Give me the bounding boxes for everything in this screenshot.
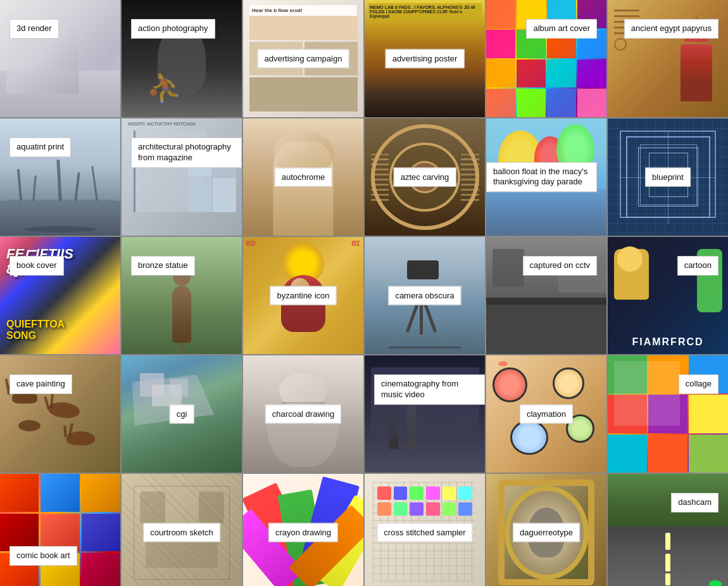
cell-crayon-drawing[interactable]: crayon drawing — [243, 474, 363, 586]
cell-advertising-poster[interactable]: MEMO LAB 8 FADS . I FAVORS, ALPHONS'S JD… — [365, 0, 485, 117]
cell-album-art-cover[interactable]: album art cover — [486, 0, 606, 117]
cell-autochrome[interactable]: autochrome — [243, 118, 363, 236]
cell-architectural-photography[interactable]: ADSIITC AICTUCTHY HOTCASH architectural … — [122, 118, 242, 236]
cell-collage[interactable]: collage — [608, 355, 728, 473]
cell-claymation[interactable]: claymation — [486, 355, 606, 473]
cell-charcoal-drawing[interactable]: charcoal drawing — [243, 355, 363, 473]
label-aquatint-print: aquatint print — [9, 137, 71, 157]
label-cave-painting: cave painting — [9, 374, 72, 394]
cell-ancient-egypt-papyrus[interactable]: ancient egypt papyrus — [608, 0, 728, 117]
label-autochrome: autochrome — [275, 167, 332, 187]
label-collage: collage — [679, 374, 719, 394]
label-advertising-campaign: advertising campaign — [258, 49, 349, 68]
label-bronze-statue: bronze statue — [131, 256, 195, 276]
cell-cave-painting[interactable]: cave painting — [0, 355, 120, 473]
cell-advertising-campaign[interactable]: Hear the b flow srod! advertising campai… — [243, 0, 363, 117]
cell-aztec-carving[interactable]: aztec carving — [365, 118, 485, 236]
label-book-cover: book cover — [9, 256, 64, 276]
cell-cgi[interactable]: cgi — [122, 355, 242, 473]
image-grid: 3d render ⛹ action photography Hear the … — [0, 0, 728, 586]
label-cgi: cgi — [170, 404, 194, 424]
cell-byzantine-icon[interactable]: ΚΟ ΘΣ byzantine icon — [243, 237, 363, 354]
cell-balloon-float[interactable]: balloon float in the macy's thanksgiving… — [486, 118, 606, 236]
label-album-art-cover: album art cover — [526, 19, 597, 39]
cell-daguerreotype[interactable]: daguerreotype — [486, 474, 606, 586]
label-cross-stitched-sampler: cross stitched sampler — [377, 523, 472, 542]
cell-3d-render[interactable]: 3d render — [0, 0, 120, 117]
cell-courtroom-sketch[interactable]: courtroom sketch — [122, 474, 242, 586]
label-architectural-photography: architectural photography from magazine — [131, 137, 242, 168]
label-balloon-float: balloon float in the macy's thanksgiving… — [486, 162, 597, 193]
label-cinematography-music-video: cinematography from music video — [374, 374, 485, 405]
label-claymation: claymation — [520, 404, 573, 424]
label-courtroom-sketch: courtroom sketch — [143, 523, 220, 542]
cell-cinematography-music-video[interactable]: cinematography from music video — [365, 355, 485, 473]
label-comic-book-art: comic book art — [9, 546, 77, 566]
cell-cartoon[interactable]: FIAMRFRCD cartoon — [608, 237, 728, 354]
label-cartoon: cartoon — [677, 256, 719, 276]
label-charcoal-drawing: charcoal drawing — [265, 404, 341, 424]
cell-bronze-statue[interactable]: bronze statue — [122, 237, 242, 354]
label-byzantine-icon: byzantine icon — [270, 286, 336, 305]
label-camera-obscura: camera obscura — [388, 286, 461, 305]
cell-captured-on-cctv[interactable]: captured on cctv — [486, 237, 606, 354]
cell-aquatint-print[interactable]: aquatint print — [0, 118, 120, 236]
label-action-photography: action photography — [131, 19, 215, 39]
cell-blueprint[interactable]: blueprint — [608, 118, 728, 236]
cell-action-photography[interactable]: ⛹ action photography — [122, 0, 242, 117]
label-daguerreotype: daguerreotype — [513, 523, 580, 542]
label-ancient-egypt-papyrus: ancient egypt papyrus — [624, 19, 719, 39]
label-crayon-drawing: crayon drawing — [268, 523, 338, 542]
label-captured-on-cctv: captured on cctv — [523, 256, 597, 276]
cell-dashcam[interactable]: dashcam — [608, 474, 728, 586]
label-blueprint: blueprint — [645, 167, 691, 187]
label-aztec-carving: aztec carving — [394, 167, 456, 187]
cell-book-cover[interactable]: FE⊏IFTIIS8[_ QUIEFTTOASONG book cover — [0, 237, 120, 354]
cell-comic-book-art[interactable]: comic book art — [0, 474, 120, 586]
label-advertising-poster: advertising poster — [386, 49, 465, 68]
label-dashcam: dashcam — [671, 493, 719, 513]
label-3d-render: 3d render — [9, 19, 59, 39]
cell-cross-stitched-sampler[interactable]: cross stitched sampler — [365, 474, 485, 586]
cell-camera-obscura[interactable]: camera obscura — [365, 237, 485, 354]
